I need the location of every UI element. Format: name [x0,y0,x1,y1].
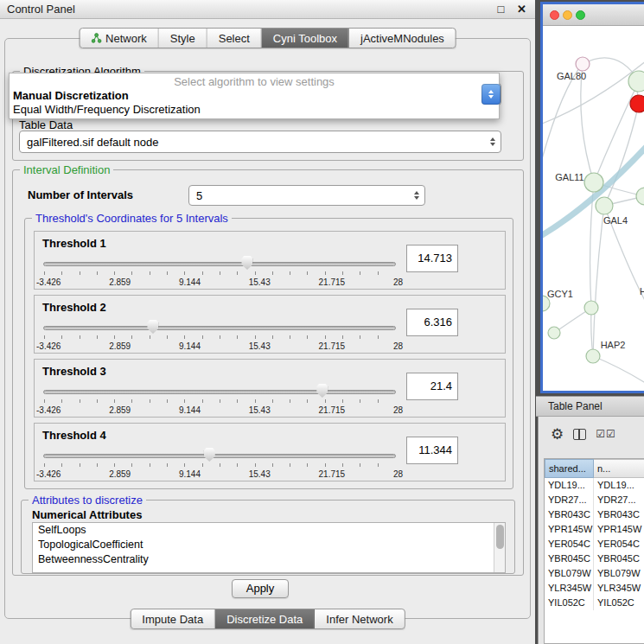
table-row[interactable]: YLR345WYLR345W [545,581,644,596]
scale-tick-label: 2.859 [109,341,131,351]
network-node[interactable] [584,301,598,315]
columns-icon[interactable] [573,429,586,440]
threshold-slider[interactable]: -3.4262.8599.14415.4321.71528 [43,254,396,289]
table-row[interactable]: YIL052CYIL052C [545,596,644,610]
table-row[interactable]: YDR27...YDR27... [545,493,644,507]
tab-cyni-toolbox[interactable]: Cyni Toolbox [262,29,349,48]
tab-jactivemnodules[interactable]: jActiveMNodules [349,29,456,48]
threshold-value-field[interactable]: 14.713 [406,245,458,272]
network-node[interactable] [636,188,644,205]
scale-tick-label: 15.43 [249,405,271,415]
algorithm-combo-stepper-icon[interactable] [481,84,501,105]
tab-infer-network[interactable]: Infer Network [315,609,404,628]
network-edge[interactable] [581,64,594,182]
numerical-attributes-list[interactable]: SelfLoopsTopologicalCoefficientBetweenne… [32,522,506,573]
column-header-name[interactable]: n... [594,459,644,478]
network-edge[interactable] [543,56,644,125]
threshold-label: Threshold 1 [42,237,106,250]
tab-label: Impute Data [142,613,203,626]
threshold-slider[interactable]: -3.4262.8599.14415.4321.71528 [43,382,396,417]
attribute-list-item[interactable]: TopologicalCoefficient [33,538,505,552]
table-row[interactable]: YDL19...YDL19... [545,478,644,493]
network-node[interactable] [628,71,644,92]
table-toolbar: ⚙ ☑☑ [539,422,644,446]
cell-name: YPR145W [594,522,644,537]
table-row[interactable]: YBL079WYBL079W [545,566,644,581]
window-controls: □ ✕ [498,0,526,19]
scale-tick-label: -3.426 [36,277,61,287]
table-panel: ⚙ ☑☑ shared... n... YDL19...YDL19...YDR2… [538,417,644,644]
slider-track [43,390,396,394]
network-view-window[interactable]: GAL80GAL11GAL4GCY1HAP2H [540,2,644,393]
down-arrow-icon [488,95,494,99]
slider-thumb[interactable] [147,320,158,334]
attribute-list-item[interactable]: BetweennessCentrality [33,552,505,567]
tab-label: Select [219,32,250,45]
threshold-value-field[interactable]: 11.344 [406,437,458,464]
tab-network[interactable]: Network [80,29,159,48]
network-window-titlebar[interactable] [543,4,644,26]
table-row[interactable]: YPR145WYPR145W [545,522,644,537]
float-window-icon[interactable]: □ [498,3,505,16]
number-of-intervals-combobox[interactable]: 5 [188,185,425,206]
tab-impute-data[interactable]: Impute Data [131,609,215,628]
tab-select[interactable]: Select [207,29,262,48]
slider-track [43,262,396,266]
network-canvas[interactable]: GAL80GAL11GAL4GCY1HAP2H [543,26,644,391]
tab-label: Discretize Data [226,613,303,626]
slider-thumb[interactable] [241,256,252,270]
select-columns-checkbox-icons[interactable]: ☑☑ [596,428,616,440]
threshold-value-field[interactable]: 21.4 [406,373,458,400]
slider-scale: -3.4262.8599.14415.4321.71528 [36,405,403,415]
combo-stepper-icon[interactable] [484,131,501,152]
dropdown-option[interactable]: Equal Width/Frequency Discretization [10,103,499,117]
dropdown-option[interactable]: Manual Discretization [10,89,499,103]
network-node[interactable] [576,57,590,71]
selected-node[interactable] [630,95,644,112]
attributes-group-title: Attributes to discretize [29,494,146,507]
network-node[interactable] [586,349,600,363]
threshold-value-field[interactable]: 6.316 [406,309,458,336]
network-node[interactable] [584,173,603,192]
slider-thumb[interactable] [204,448,215,462]
table-data-combobox[interactable]: galFiltered.sif default node [19,131,501,153]
threshold-panel-3: Threshold 3-3.4262.8599.14415.4321.71528… [34,359,506,418]
threshold-label: Threshold 3 [42,365,106,378]
apply-button[interactable]: Apply [232,579,289,598]
table-row[interactable]: YBR045CYBR045C [545,552,644,566]
column-header-shared-name[interactable]: shared... [545,459,594,478]
node-label: HAP2 [601,340,626,350]
thresholds-coordinates-group: Threshold's Coordinates for 5 Intervals … [24,218,513,489]
minimize-traffic-light-icon[interactable] [563,10,572,20]
tab-discretize-data[interactable]: Discretize Data [215,609,315,628]
close-traffic-light-icon[interactable] [550,10,559,20]
attribute-list-item[interactable]: SelfLoops [33,523,505,538]
control-panel-titlebar[interactable]: Control Panel □ ✕ [0,0,535,19]
cell-shared-name: YER054C [545,537,594,552]
tab-style[interactable]: Style [159,29,207,48]
network-node[interactable] [596,197,613,214]
cell-shared-name: YIL052C [545,596,594,610]
table-panel-header[interactable]: Table Panel [536,396,644,417]
list-scrollbar[interactable] [494,523,505,572]
close-window-icon[interactable]: ✕ [517,3,526,16]
attributes-to-discretize-group: Attributes to discretize Numerical Attri… [21,500,515,574]
combo-stepper-icon[interactable] [408,186,424,205]
slider-thumb[interactable] [316,384,328,398]
slider-track [43,454,396,458]
threshold-slider[interactable]: -3.4262.8599.14415.4321.71528 [43,446,396,481]
gear-icon[interactable]: ⚙ [551,427,564,442]
threshold-slider[interactable]: -3.4262.8599.14415.4321.71528 [43,318,396,353]
network-node[interactable] [548,327,560,339]
scale-tick-label: -3.426 [36,469,61,479]
table-row[interactable]: YBR043CYBR043C [545,507,644,522]
table-rows: YDL19...YDL19...YDR27...YDR27...YBR043CY… [545,478,644,610]
network-edge[interactable] [593,356,644,385]
number-of-intervals-value: 5 [189,189,408,202]
table-row[interactable]: YER054CYER054C [545,537,644,552]
scrollbar-thumb[interactable] [496,525,504,549]
node-label: GAL4 [603,215,628,226]
algorithm-placeholder-option[interactable]: Select algorithm to view settings [10,74,499,89]
zoom-traffic-light-icon[interactable] [576,10,585,20]
network-edge[interactable] [593,206,604,356]
